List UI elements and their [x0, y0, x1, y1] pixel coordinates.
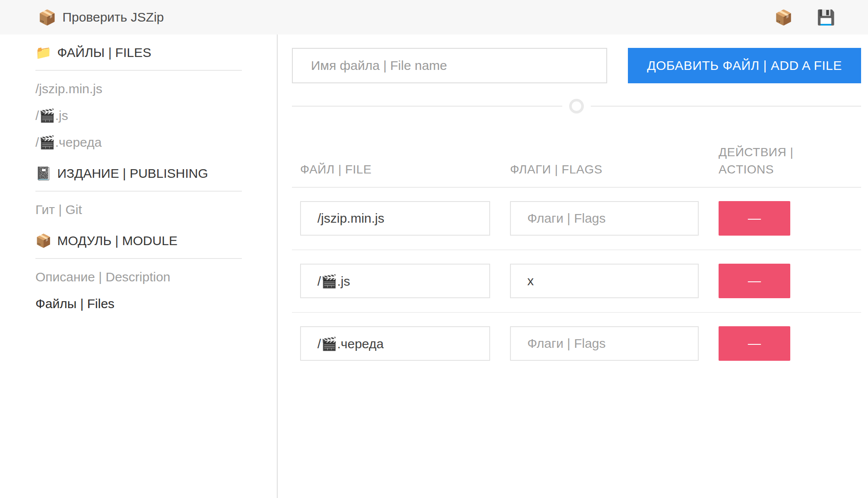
- sidebar-item-git[interactable]: Гит | Git: [35, 202, 242, 217]
- notebook-icon: 📓: [35, 167, 51, 180]
- package-icon[interactable]: 📦: [774, 10, 792, 25]
- table-row: —: [292, 250, 861, 313]
- sidebar-divider: [35, 70, 242, 71]
- sidebar-section-files: 📁 ФАЙЛЫ | FILES: [35, 45, 242, 60]
- main-content: ДОБАВИТЬ ФАЙЛ | ADD A FILE ФАЙЛ | FILE Ф…: [278, 35, 868, 498]
- loader-ring-icon: [569, 99, 584, 113]
- column-header-actions: ДЕЙСТВИЯ | ACTIONS: [719, 144, 805, 178]
- sidebar-section-publishing: 📓 ИЗДАНИЕ | PUBLISHING: [35, 166, 242, 181]
- remove-row-button[interactable]: —: [719, 264, 790, 298]
- app-brand: 📦 Проверить JSZip: [38, 10, 164, 25]
- add-file-button[interactable]: ДОБАВИТЬ ФАЙЛ | ADD A FILE: [628, 48, 861, 83]
- add-file-form: ДОБАВИТЬ ФАЙЛ | ADD A FILE: [292, 48, 861, 83]
- table-row: —: [292, 313, 861, 375]
- sidebar-divider: [35, 191, 242, 192]
- topbar-actions: 📦 💾: [774, 10, 835, 25]
- section-divider: [292, 99, 861, 113]
- topbar: 📦 Проверить JSZip 📦 💾: [0, 0, 868, 35]
- remove-row-button[interactable]: —: [719, 326, 790, 361]
- row-flags-input[interactable]: [510, 326, 699, 361]
- folder-icon: 📁: [35, 46, 51, 59]
- sidebar-item-files[interactable]: Файлы | Files: [35, 296, 242, 312]
- divider-line: [591, 106, 861, 107]
- remove-row-button[interactable]: —: [719, 201, 790, 236]
- row-file-input[interactable]: [300, 326, 490, 361]
- row-file-input[interactable]: [300, 264, 490, 298]
- files-table: ФАЙЛ | FILE ФЛАГИ | FLAGS ДЕЙСТВИЯ | ACT…: [292, 144, 861, 375]
- sidebar-item-clapper-chereda[interactable]: /🎬.череда: [35, 135, 242, 150]
- files-table-header: ФАЙЛ | FILE ФЛАГИ | FLAGS ДЕЙСТВИЯ | ACT…: [292, 144, 861, 188]
- save-icon[interactable]: 💾: [817, 10, 835, 25]
- row-flags-input[interactable]: [510, 201, 699, 236]
- table-row: —: [292, 188, 861, 250]
- sidebar-divider: [35, 258, 242, 259]
- package-icon: 📦: [38, 10, 56, 25]
- layout: 📁 ФАЙЛЫ | FILES /jszip.min.js /🎬.js /🎬.ч…: [0, 35, 868, 498]
- sidebar: 📁 ФАЙЛЫ | FILES /jszip.min.js /🎬.js /🎬.ч…: [0, 35, 278, 498]
- row-file-input[interactable]: [300, 201, 490, 236]
- row-flags-input[interactable]: [510, 264, 699, 298]
- column-header-flags: ФЛАГИ | FLAGS: [510, 161, 699, 178]
- column-header-file: ФАЙЛ | FILE: [300, 161, 490, 178]
- sidebar-item-jszip-min-js[interactable]: /jszip.min.js: [35, 81, 242, 97]
- sidebar-section-title: ФАЙЛЫ | FILES: [57, 45, 151, 60]
- sidebar-item-description[interactable]: Описание | Description: [35, 269, 242, 285]
- file-name-input[interactable]: [292, 48, 607, 83]
- page-title: Проверить JSZip: [62, 10, 164, 25]
- sidebar-section-title: МОДУЛЬ | MODULE: [57, 233, 177, 249]
- divider-line: [292, 106, 562, 107]
- sidebar-section-module: 📦 МОДУЛЬ | MODULE: [35, 233, 242, 249]
- package-icon: 📦: [35, 234, 51, 247]
- sidebar-section-title: ИЗДАНИЕ | PUBLISHING: [57, 166, 208, 181]
- sidebar-item-clapper-js[interactable]: /🎬.js: [35, 108, 242, 123]
